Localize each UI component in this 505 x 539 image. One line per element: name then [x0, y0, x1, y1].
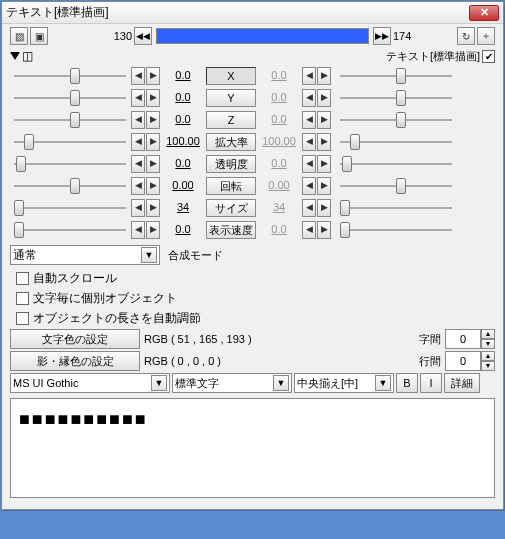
- font-name-select[interactable]: MS UI Gothic▼: [10, 373, 170, 393]
- increment-button[interactable]: ▶: [146, 221, 160, 239]
- increment-button[interactable]: ▶: [146, 155, 160, 173]
- detail-button[interactable]: 詳細: [444, 373, 480, 393]
- param-value-right[interactable]: 0.0: [257, 221, 301, 239]
- blend-mode-select[interactable]: 通常 ▼: [10, 245, 160, 265]
- decrement-button[interactable]: ◀: [302, 155, 316, 173]
- param-slider-right[interactable]: [336, 89, 456, 107]
- increment-button[interactable]: ▶: [146, 133, 160, 151]
- decrement-button[interactable]: ◀: [131, 199, 145, 217]
- param-label-button[interactable]: X: [206, 67, 256, 85]
- param-value-left[interactable]: 0.0: [161, 155, 205, 173]
- char-spacing-input[interactable]: [445, 329, 481, 349]
- increment-button[interactable]: ▶: [317, 221, 331, 239]
- param-slider-right[interactable]: [336, 199, 456, 217]
- increment-button[interactable]: ▶: [146, 199, 160, 217]
- param-value-left[interactable]: 0.0: [161, 111, 205, 129]
- bold-button[interactable]: B: [396, 373, 418, 393]
- decrement-button[interactable]: ◀: [302, 221, 316, 239]
- reload-icon[interactable]: ↻: [457, 27, 475, 45]
- line-spacing-down[interactable]: ▼: [481, 361, 495, 371]
- text-input[interactable]: [10, 398, 495, 498]
- font-style-select[interactable]: 標準文字▼: [172, 373, 292, 393]
- increment-button[interactable]: ▶: [317, 111, 331, 129]
- chevron-down-icon[interactable]: ▼: [141, 247, 157, 263]
- param-value-left[interactable]: 100.00: [161, 133, 205, 151]
- increment-button[interactable]: ▶: [146, 111, 160, 129]
- param-value-right[interactable]: 100.00: [257, 133, 301, 151]
- decrement-button[interactable]: ◀: [302, 89, 316, 107]
- line-spacing-up[interactable]: ▲: [481, 351, 495, 361]
- param-value-right[interactable]: 0.0: [257, 67, 301, 85]
- increment-button[interactable]: ▶: [146, 177, 160, 195]
- param-value-left[interactable]: 34: [161, 199, 205, 217]
- char-spacing-up[interactable]: ▲: [481, 329, 495, 339]
- decrement-button[interactable]: ◀: [302, 199, 316, 217]
- decrement-button[interactable]: ◀: [131, 111, 145, 129]
- increment-button[interactable]: ▶: [317, 67, 331, 85]
- plus-button[interactable]: ＋: [477, 27, 495, 45]
- param-slider-left[interactable]: [10, 177, 130, 195]
- param-slider-left[interactable]: [10, 221, 130, 239]
- param-value-left[interactable]: 0.0: [161, 67, 205, 85]
- chevron-down-icon[interactable]: ▼: [375, 375, 391, 391]
- param-value-right[interactable]: 0.0: [257, 111, 301, 129]
- text-color-button[interactable]: 文字色の設定: [10, 329, 140, 349]
- increment-button[interactable]: ▶: [146, 67, 160, 85]
- param-label-button[interactable]: Z: [206, 111, 256, 129]
- increment-button[interactable]: ▶: [317, 89, 331, 107]
- filter-enable-checkbox[interactable]: ✔: [482, 50, 495, 63]
- param-value-left[interactable]: 0.00: [161, 177, 205, 195]
- italic-button[interactable]: I: [420, 373, 442, 393]
- param-slider-left[interactable]: [10, 111, 130, 129]
- decrement-button[interactable]: ◀: [131, 177, 145, 195]
- collapse-icon[interactable]: [10, 52, 20, 60]
- param-value-left[interactable]: 0.0: [161, 221, 205, 239]
- increment-button[interactable]: ▶: [146, 89, 160, 107]
- decrement-button[interactable]: ◀: [131, 155, 145, 173]
- perchar-checkbox[interactable]: [16, 292, 29, 305]
- autolen-checkbox[interactable]: [16, 312, 29, 325]
- param-label-button[interactable]: 表示速度: [206, 221, 256, 239]
- chevron-down-icon[interactable]: ▼: [151, 375, 167, 391]
- increment-button[interactable]: ▶: [317, 199, 331, 217]
- param-slider-right[interactable]: [336, 67, 456, 85]
- decrement-button[interactable]: ◀: [131, 133, 145, 151]
- line-spacing-input[interactable]: [445, 351, 481, 371]
- param-slider-right[interactable]: [336, 221, 456, 239]
- chevron-down-icon[interactable]: ▼: [273, 375, 289, 391]
- camera-icon[interactable]: ▨: [10, 27, 28, 45]
- increment-button[interactable]: ▶: [317, 155, 331, 173]
- close-button[interactable]: ✕: [469, 5, 499, 21]
- param-slider-right[interactable]: [336, 133, 456, 151]
- decrement-button[interactable]: ◀: [131, 67, 145, 85]
- param-value-right[interactable]: 0.00: [257, 177, 301, 195]
- decrement-button[interactable]: ◀: [302, 111, 316, 129]
- param-slider-left[interactable]: [10, 199, 130, 217]
- autoscroll-checkbox[interactable]: [16, 272, 29, 285]
- decrement-button[interactable]: ◀: [131, 89, 145, 107]
- char-spacing-down[interactable]: ▼: [481, 339, 495, 349]
- param-slider-left[interactable]: [10, 67, 130, 85]
- param-slider-right[interactable]: [336, 155, 456, 173]
- param-slider-left[interactable]: [10, 89, 130, 107]
- decrement-button[interactable]: ◀: [302, 67, 316, 85]
- param-value-left[interactable]: 0.0: [161, 89, 205, 107]
- param-label-button[interactable]: Y: [206, 89, 256, 107]
- param-value-right[interactable]: 0.0: [257, 155, 301, 173]
- rewind-button[interactable]: ◀◀: [134, 27, 152, 45]
- param-slider-left[interactable]: [10, 155, 130, 173]
- forward-button[interactable]: ▶▶: [373, 27, 391, 45]
- text-align-select[interactable]: 中央揃え[中]▼: [294, 373, 394, 393]
- param-slider-right[interactable]: [336, 111, 456, 129]
- frame-icon[interactable]: ▣: [30, 27, 48, 45]
- param-value-right[interactable]: 0.0: [257, 89, 301, 107]
- param-label-button[interactable]: 拡大率: [206, 133, 256, 151]
- increment-button[interactable]: ▶: [317, 177, 331, 195]
- param-label-button[interactable]: 透明度: [206, 155, 256, 173]
- titlebar[interactable]: テキスト[標準描画] ✕: [2, 2, 503, 24]
- increment-button[interactable]: ▶: [317, 133, 331, 151]
- param-slider-right[interactable]: [336, 177, 456, 195]
- decrement-button[interactable]: ◀: [131, 221, 145, 239]
- decrement-button[interactable]: ◀: [302, 133, 316, 151]
- timeline-bar[interactable]: [156, 28, 369, 44]
